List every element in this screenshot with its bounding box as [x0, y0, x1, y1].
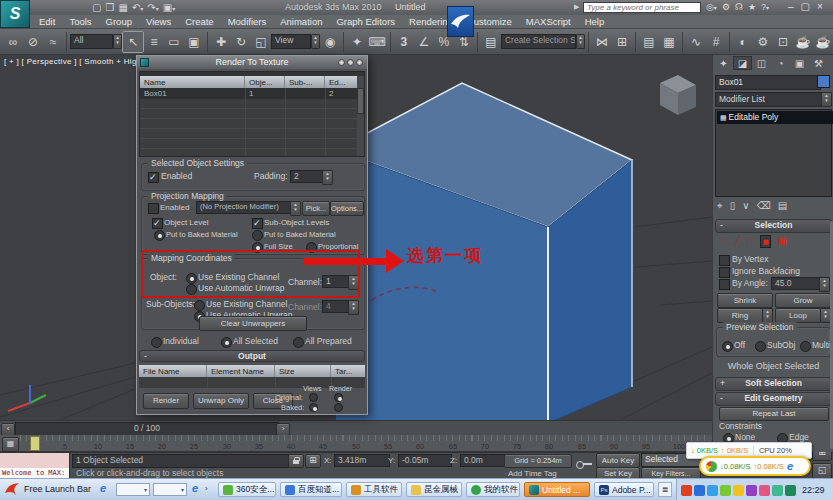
infocenter-arrow-icon[interactable]: ▶ [574, 3, 579, 11]
new-scene-icon[interactable]: ▢ [92, 1, 101, 14]
tray-qq-icon[interactable] [681, 485, 692, 496]
grow-button[interactable]: Grow [775, 293, 831, 308]
dialog-maximize-icon[interactable] [347, 59, 354, 66]
use-pivot-point-icon[interactable]: ◉ [320, 32, 340, 52]
select-and-move-icon[interactable]: ✚ [211, 32, 231, 52]
taskbar-item-folder[interactable]: 昆金属械 [406, 482, 462, 497]
keyboard-shortcut-override-icon[interactable]: ⌨ [367, 32, 387, 52]
options-button[interactable]: Options... [330, 201, 364, 216]
list-scrollbar[interactable] [357, 76, 364, 156]
close-icon[interactable]: × [817, 1, 823, 13]
angle-snap-icon[interactable]: ∠ [414, 32, 434, 52]
projection-enabled-checkbox[interactable] [148, 203, 159, 214]
sub-use-existing-radio[interactable] [194, 300, 205, 311]
layer-manager-icon[interactable]: ▤ [639, 32, 659, 52]
reference-coordinate-dropdown[interactable]: View [271, 34, 311, 49]
tray-icon[interactable] [720, 485, 731, 496]
z-coordinate-field[interactable]: 0.0m [460, 454, 506, 467]
restore-icon[interactable]: ▢ [801, 1, 810, 13]
time-slider-handle[interactable] [30, 436, 40, 451]
edit-geometry-rollout-header[interactable]: - Edit Geometry [715, 392, 832, 406]
column-target[interactable]: Tar... [331, 365, 365, 377]
sub-channel-field[interactable]: 4 [322, 300, 350, 313]
loop-button[interactable]: Loop [775, 308, 821, 323]
menu-views[interactable]: Views [139, 16, 178, 27]
taskbar-item-360-safe[interactable]: 360安全... [218, 482, 276, 497]
soft-selection-rollout-header[interactable]: + Soft Selection [715, 377, 832, 391]
taskbar-item-baidu-zhidao[interactable]: 百度知道... [280, 482, 342, 497]
y-coordinate-field[interactable]: -0.05m [398, 454, 452, 467]
tray-icon[interactable] [759, 485, 770, 496]
reference-coordinate-spinner[interactable]: ▲▼ [311, 34, 320, 49]
ring-button[interactable]: Ring [717, 308, 763, 323]
tab-motion-icon[interactable]: ◔ [771, 56, 790, 70]
quicklaunch-dropdown-2[interactable]: ▾ [153, 483, 187, 496]
ring-spinner[interactable]: ▲▼ [762, 308, 773, 323]
material-editor-icon[interactable]: ◐ [733, 32, 753, 52]
redo-icon[interactable]: ↷▾ [147, 1, 158, 14]
unlink-selection-icon[interactable]: ⊘ [23, 32, 43, 52]
select-by-name-icon[interactable]: ≡ [144, 32, 164, 52]
preview-off-radio[interactable] [722, 341, 733, 352]
track-bar[interactable]: ▦ 5 10 15 20 25 30 35 40 45 50 55 60 65 … [0, 435, 712, 452]
all-prepared-radio[interactable] [293, 337, 304, 348]
menu-animation[interactable]: Animation [273, 16, 329, 27]
open-file-icon[interactable]: ❒ [105, 1, 114, 14]
menu-help[interactable]: Help [578, 16, 612, 27]
by-vertex-checkbox[interactable] [719, 255, 730, 266]
tray-icon[interactable] [694, 485, 705, 496]
render-setup-icon[interactable]: ⚙ [753, 32, 773, 52]
column-name[interactable]: Name [140, 76, 245, 88]
polygon-subobject-icon[interactable]: ■ [760, 235, 770, 248]
menu-modifiers[interactable]: Modifiers [221, 16, 274, 27]
language-bar-icon[interactable]: ≣ [658, 482, 672, 497]
select-object-icon[interactable]: ↖ [122, 31, 144, 53]
show-end-result-icon[interactable]: ▯ [730, 200, 736, 212]
mini-curve-editor-button[interactable]: ▦ [2, 437, 19, 452]
select-and-manipulate-icon[interactable]: ✦ [347, 32, 367, 52]
selection-rollout-header[interactable]: - Selection [715, 219, 832, 233]
object-level-checkbox[interactable] [152, 218, 163, 229]
baked-views-radio[interactable] [309, 403, 318, 412]
rectangular-selection-region-icon[interactable]: ▭ [164, 32, 184, 52]
column-object-channel[interactable]: Obje... [245, 76, 285, 88]
vertex-subobject-icon[interactable]: ∴ [721, 235, 727, 248]
put-to-baked-material-object-radio[interactable] [154, 230, 165, 241]
quicklaunch-dropdown-1[interactable]: ▾ [116, 483, 150, 496]
render-production-icon[interactable]: ☕ [793, 32, 813, 52]
make-unique-icon[interactable]: ∨ [742, 200, 749, 212]
help-icon[interactable]: ?▾ [761, 1, 769, 14]
repeat-last-button[interactable]: Repeat Last [719, 407, 829, 421]
stack-item-editable-poly[interactable]: ▦ Editable Poly [717, 111, 833, 124]
tab-create-icon[interactable]: ✦ [714, 56, 733, 70]
pick-button[interactable]: Pick... [302, 201, 330, 216]
communication-center-icon[interactable]: ☊ [735, 1, 743, 14]
undo-icon[interactable]: ↶▾ [132, 1, 143, 14]
column-edge-padding[interactable]: Ed... [325, 76, 357, 88]
all-selected-radio[interactable] [221, 337, 232, 348]
max-logo[interactable]: S [0, 0, 30, 28]
enabled-checkbox[interactable] [148, 172, 159, 183]
unwrap-only-button[interactable]: Unwrap Only [193, 393, 249, 409]
column-file-name[interactable]: File Name [139, 365, 207, 377]
viewport-label[interactable]: [ + ] [ Perspective ] [ Smooth + Highl [4, 57, 143, 66]
favorites-star-icon[interactable]: ★ [748, 1, 756, 14]
clear-unwrappers-button[interactable]: Clear Unwrappers [199, 316, 307, 331]
taskbar-item-my-software[interactable]: 我的软件 [466, 482, 520, 497]
named-selection-set-field[interactable]: Create Selection Set [501, 34, 576, 49]
ignore-backfacing-checkbox[interactable] [719, 267, 730, 278]
tab-display-icon[interactable]: ▣ [790, 56, 809, 70]
angle-field[interactable]: 45.0 [771, 277, 821, 290]
padding-spinner[interactable]: ▲▼ [322, 170, 333, 185]
menu-tools[interactable]: Tools [62, 16, 98, 27]
ie-icon[interactable]: e [787, 460, 793, 472]
menu-graph-editors[interactable]: Graph Editors [329, 16, 402, 27]
tray-icon[interactable] [785, 485, 796, 496]
original-views-radio[interactable] [309, 393, 318, 402]
free-launch-bar-label[interactable]: Free Launch Bar [24, 484, 91, 494]
tab-utilities-icon[interactable]: ⚒ [809, 56, 828, 70]
preview-subobj-radio[interactable] [755, 341, 766, 352]
tray-icon[interactable] [733, 485, 744, 496]
curve-editor-icon[interactable]: ∿ [686, 32, 706, 52]
element-subobject-icon[interactable]: ▣ [778, 235, 787, 248]
